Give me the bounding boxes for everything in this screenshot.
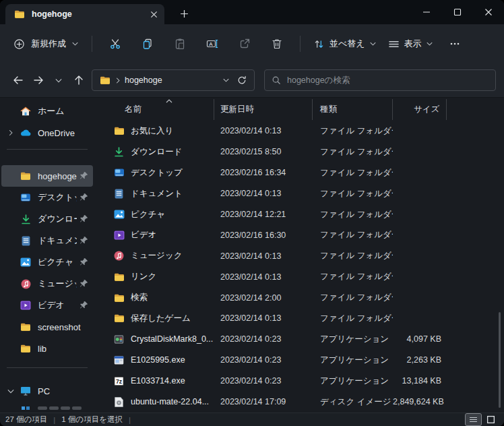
address-bar[interactable]: hogehoge (92, 69, 255, 91)
file-row[interactable]: ミュージック 2023/02/14 0:13 ファイル フォルダー (94, 245, 504, 266)
pin-icon (80, 257, 89, 267)
file-type: ファイル フォルダー (313, 209, 393, 220)
large-icons-view-button[interactable] (483, 414, 499, 425)
view-toggle-group (466, 414, 499, 425)
column-header-name[interactable]: 名前 (94, 99, 214, 120)
sidebar-item-screenshot[interactable]: screenshot (1, 316, 93, 338)
more-options-button[interactable] (441, 32, 468, 55)
expand-chevron-icon[interactable] (1, 129, 20, 136)
explorer-tab[interactable]: hogehoge (5, 4, 164, 24)
file-row[interactable]: E1033714.exe 2023/02/14 0:23 アプリケーション 13… (94, 371, 504, 392)
column-header-type[interactable]: 種類 (313, 99, 393, 120)
file-name: CrystalDiskMark8_0... (131, 334, 213, 344)
file-modified: 2023/02/14 17:09 (214, 397, 313, 406)
forward-button[interactable] (28, 70, 49, 90)
file-modified: 2023/02/14 0:23 (214, 376, 313, 386)
sidebar-item-pictures[interactable]: ピクチャ (1, 251, 93, 273)
maximize-button[interactable] (442, 0, 473, 24)
file-row[interactable]: ubuntu-mate-22.04... 2023/02/14 17:09 ディ… (94, 392, 504, 413)
new-item-button[interactable]: 新規作成 (7, 33, 85, 55)
status-bar: 27 個の項目 | 1 個の項目を選択 | (0, 413, 504, 426)
file-type: ディスク イメージ ファ... (313, 396, 393, 408)
pin-icon (80, 301, 89, 310)
sort-button[interactable]: 並べ替え (307, 33, 382, 55)
sidebar-item-hogehoge[interactable]: hogehoge (1, 165, 93, 187)
breadcrumb[interactable]: hogehoge (125, 75, 218, 85)
refresh-button[interactable] (234, 72, 250, 88)
file-name: 検索 (131, 292, 148, 303)
toolbar-divider (300, 36, 301, 52)
file-name: ビデオ (131, 229, 156, 241)
sidebar-item-documents[interactable]: ドキュメント (1, 230, 93, 251)
sort-ascending-icon (166, 99, 172, 103)
sidebar-item-pc[interactable]: PC (1, 380, 93, 402)
address-dropdown-chevron[interactable] (223, 78, 229, 82)
7zip-app-icon (113, 375, 125, 387)
file-row[interactable]: デスクトップ 2023/02/16 16:34 ファイル フォルダー (94, 162, 504, 183)
sidebar-item-lib[interactable]: lib (1, 338, 93, 359)
pin-icon (80, 171, 89, 181)
status-separator: | (129, 416, 131, 424)
column-header-size[interactable]: サイズ (393, 99, 447, 120)
pin-icon (80, 214, 89, 224)
search-box[interactable] (264, 69, 496, 91)
file-size: 2,849,624 KB (393, 397, 447, 406)
file-row[interactable]: 保存したゲーム 2023/02/14 0:13 ファイル フォルダー (94, 308, 504, 329)
column-header-modified[interactable]: 更新日時 (214, 99, 313, 120)
file-modified: 2023/02/14 0:13 (214, 126, 313, 135)
recent-locations-chevron[interactable] (49, 70, 69, 90)
file-row[interactable]: ドキュメント 2023/02/14 0:13 ファイル フォルダー (94, 183, 504, 204)
folder-icon (99, 74, 111, 86)
sidebar-item-music[interactable]: ミュージック (1, 273, 93, 295)
file-modified: 2023/02/16 16:30 (214, 231, 313, 240)
chevron-down-icon (72, 42, 78, 46)
file-modified: 2023/02/15 8:50 (214, 147, 313, 156)
file-name: リンク (131, 271, 156, 282)
delete-button[interactable] (263, 32, 290, 55)
copy-button[interactable] (134, 32, 161, 55)
new-item-label: 新規作成 (31, 38, 66, 50)
file-type: アプリケーション (313, 355, 393, 366)
up-button[interactable] (69, 70, 89, 90)
collapse-chevron-icon[interactable] (1, 389, 20, 394)
minimize-button[interactable] (411, 0, 442, 24)
new-tab-button[interactable] (175, 6, 193, 21)
file-row[interactable]: お気に入り 2023/02/14 0:13 ファイル フォルダー (94, 121, 504, 142)
search-icon (272, 75, 281, 85)
details-view-button[interactable] (466, 414, 481, 425)
rename-button[interactable] (199, 32, 226, 55)
file-row[interactable]: CrystalDiskMark8_0... 2023/02/14 0:23 アプ… (94, 329, 504, 350)
file-row[interactable]: ビデオ 2023/02/16 16:30 ファイル フォルダー (94, 224, 504, 245)
file-row[interactable]: 検索 2023/02/14 2:00 ファイル フォルダー (94, 287, 504, 308)
file-row[interactable]: リンク 2023/02/14 0:13 ファイル フォルダー (94, 266, 504, 287)
file-name: ピクチャ (131, 209, 165, 220)
close-button[interactable] (473, 0, 504, 24)
sidebar-item-home[interactable]: ホーム (1, 100, 93, 122)
cut-button[interactable] (102, 32, 129, 55)
download-icon (113, 146, 125, 158)
view-button[interactable]: 表示 (382, 33, 439, 55)
file-row[interactable]: ダウンロード 2023/02/15 8:50 ファイル フォルダー (94, 142, 504, 162)
document-icon (20, 235, 32, 247)
vertical-scrollbar[interactable] (499, 312, 501, 408)
file-type: ファイル フォルダー (313, 229, 393, 241)
file-name: 保存したゲーム (131, 313, 191, 324)
file-name: ミュージック (131, 250, 182, 262)
tab-close-icon[interactable] (147, 7, 160, 21)
file-row[interactable]: E1025995.exe 2023/02/14 0:23 アプリケーション 2,… (94, 350, 504, 371)
sort-arrows-icon (313, 38, 325, 50)
folder-icon (113, 292, 125, 303)
back-button[interactable] (8, 70, 28, 90)
file-modified: 2023/02/14 0:13 (214, 251, 313, 261)
sidebar-item-partially-hidden[interactable] (1, 402, 93, 411)
sidebar-item-desktop[interactable]: デスクトップ (1, 187, 93, 208)
file-row[interactable]: ピクチャ 2023/02/14 12:21 ファイル フォルダー (94, 204, 504, 225)
file-modified: 2023/02/14 0:13 (214, 189, 313, 198)
pin-icon (80, 193, 89, 202)
search-input[interactable] (287, 75, 489, 85)
sidebar-item-onedrive[interactable]: OneDrive (1, 122, 93, 144)
share-button[interactable] (231, 32, 258, 55)
sidebar-item-downloads[interactable]: ダウンロード (1, 208, 93, 230)
sidebar-item-videos[interactable]: ビデオ (1, 295, 93, 316)
paste-button[interactable] (166, 32, 193, 55)
